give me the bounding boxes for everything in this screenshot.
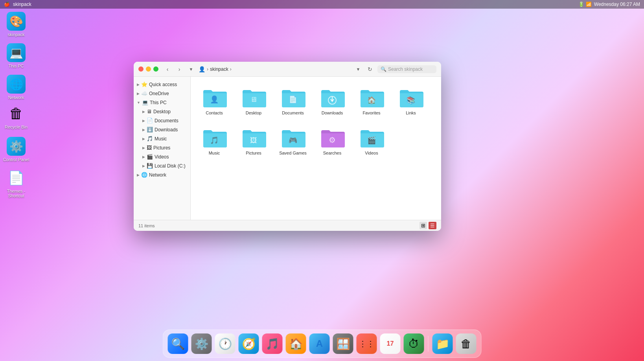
search-placeholder: Search skinpack: [388, 66, 423, 72]
sidebar-item-localdisk[interactable]: ▶ 💾 Local Disk (C:): [134, 161, 190, 170]
folder-music[interactable]: 🎵 Music: [197, 123, 232, 158]
folder-savedgames[interactable]: 🎮 Saved Games: [276, 123, 310, 158]
folder-searches[interactable]: ⚙ Searches: [315, 123, 350, 158]
traffic-lights: [138, 66, 158, 72]
folder-label-savedgames: Saved Games: [279, 151, 307, 155]
bootcamp-icon: 🪟: [336, 337, 350, 350]
folder-contacts[interactable]: 👤 Contacts: [197, 83, 232, 118]
star-icon: ⭐: [141, 81, 147, 87]
network-icon: 🌐: [141, 172, 147, 178]
dock-item-clock[interactable]: 🕐: [215, 333, 236, 354]
chevron-icon: ▶: [142, 164, 145, 168]
folder-desktop[interactable]: 🖥 Desktop: [236, 83, 271, 118]
folder-label-favorites: Favorites: [362, 111, 380, 115]
folder-documents[interactable]: 📄 Documents: [276, 83, 310, 118]
folder-grid: 👤 Contacts 🖥 Desktop: [197, 83, 435, 158]
folder-videos[interactable]: 🎬 Videos: [354, 123, 389, 158]
sidebar-item-thispc[interactable]: ▼ 💻 This PC: [134, 98, 190, 107]
desktop-icon-network[interactable]: 🌐 Network: [2, 75, 30, 100]
folder-label-downloads: Downloads: [322, 111, 343, 115]
desktop-icon-skinpack[interactable]: 🎨 skinpack: [2, 12, 30, 37]
refresh-button[interactable]: ↻: [366, 65, 374, 74]
grid-view-button[interactable]: ⊞: [420, 222, 427, 229]
dock-item-appstore[interactable]: A: [309, 333, 330, 354]
sidebar-label-network: Network: [149, 172, 166, 178]
dock-item-home[interactable]: 🏠: [286, 333, 306, 354]
dock-item-calendar[interactable]: 17: [380, 333, 401, 354]
desktop-icon-controlpanel[interactable]: ⚙️ Control Panel: [2, 137, 30, 162]
breadcrumb-path[interactable]: skinpack: [210, 66, 228, 72]
desktop-icon-sidebar: 🖥: [147, 109, 152, 114]
folder-label-videos: Videos: [365, 151, 378, 155]
apple-icon[interactable]: 🍎: [4, 2, 10, 7]
sidebar-item-music[interactable]: ▶ 🎵 Music: [134, 134, 190, 143]
view-controls: ⊞ ☰: [420, 222, 436, 229]
search-icon: 🔍: [381, 66, 386, 72]
sidebar-label-music: Music: [155, 136, 167, 142]
sidebar-item-documents[interactable]: ▶ 📄 Documents: [134, 116, 190, 125]
folder-links[interactable]: 📚 Links: [394, 83, 428, 118]
title-bar: ‹ › ▼ 👤 › skinpack › ▼ ↻ 🔍 Search skinpa…: [134, 62, 441, 77]
svg-text:📚: 📚: [407, 96, 416, 105]
minimize-button[interactable]: [146, 66, 151, 72]
main-pane: 👤 Contacts 🖥 Desktop: [191, 77, 441, 220]
dock-item-bootcamp[interactable]: 🪟: [333, 333, 353, 354]
content-area: ▶ ⭐ Quick access ▶ ☁️ OneDrive ▼ 💻 This …: [134, 77, 441, 220]
folder-icon-searches: ⚙: [320, 126, 345, 148]
music-icon: 🎵: [147, 136, 153, 142]
folder-pictures[interactable]: 🖼 Pictures: [236, 123, 271, 158]
sidebar-label-videos: Videos: [155, 154, 169, 160]
menubar-left: 🍎 skinpack: [4, 2, 31, 7]
back-button[interactable]: ‹: [163, 65, 172, 74]
dropdown-button[interactable]: ▼: [187, 65, 195, 74]
trash-icon: 🗑: [461, 337, 472, 350]
desktop-icon-recycle[interactable]: 🗑 Recycle Bin: [2, 104, 30, 129]
folder-icon-documents: 📄: [280, 86, 305, 108]
close-button[interactable]: [138, 66, 144, 72]
dock-item-safari[interactable]: 🧭: [239, 333, 259, 354]
folder-favorites[interactable]: 🏠 Favorites: [354, 83, 389, 118]
breadcrumb: 👤 › skinpack ›: [199, 66, 351, 72]
dock-item-trash[interactable]: 🗑: [456, 333, 477, 354]
dock-item-files[interactable]: 📁: [432, 333, 453, 354]
search-box[interactable]: 🔍 Search skinpack: [377, 65, 436, 73]
safari-icon: 🧭: [242, 337, 256, 350]
status-bar: 11 items ⊞ ☰: [134, 220, 441, 231]
sidebar-item-videos[interactable]: ▶ 🎬 Videos: [134, 152, 190, 161]
dock-item-launchpad[interactable]: ⋮⋮: [357, 333, 377, 354]
dock-item-finder[interactable]: 🔍: [168, 333, 188, 354]
explorer-window: ‹ › ▼ 👤 › skinpack › ▼ ↻ 🔍 Search skinpa…: [134, 62, 441, 231]
desktop-icon-thispc[interactable]: 💻 This PC: [2, 43, 30, 68]
sidebar-item-downloads[interactable]: ▶ ⬇️ Downloads: [134, 125, 190, 134]
sidebar-item-onedrive[interactable]: ▶ ☁️ OneDrive: [134, 89, 190, 98]
chevron-down-icon: ▼: [137, 101, 140, 105]
desktop-icon-themes[interactable]: 📄 Themes - Shortcut: [2, 168, 30, 198]
dock-item-timing[interactable]: ⏱: [404, 333, 424, 354]
launchpad-icon: ⋮⋮: [359, 339, 375, 348]
chevron-icon: ▶: [142, 137, 145, 141]
forward-button[interactable]: ›: [175, 65, 184, 74]
pictures-icon: 🖼: [147, 145, 152, 151]
svg-text:🎮: 🎮: [289, 136, 298, 145]
sort-button[interactable]: ▼: [354, 65, 362, 74]
sidebar-label-onedrive: OneDrive: [149, 91, 169, 96]
sidebar-item-quickaccess[interactable]: ▶ ⭐ Quick access: [134, 80, 190, 89]
folder-icon-videos: 🎬: [359, 126, 384, 148]
folder-icon-desktop: 🖥: [241, 86, 266, 108]
dock-item-music[interactable]: 🎵: [262, 333, 283, 354]
sidebar-item-pictures[interactable]: ▶ 🖼 Pictures: [134, 143, 190, 152]
folder-downloads[interactable]: Downloads: [315, 83, 350, 118]
chevron-icon: ▶: [142, 146, 145, 150]
chevron-icon: ▶: [142, 128, 145, 132]
dock-item-settings[interactable]: ⚙️: [191, 333, 212, 354]
maximize-button[interactable]: [153, 66, 158, 72]
folder-label-searches: Searches: [323, 151, 341, 155]
folder-label-documents: Documents: [282, 111, 304, 115]
svg-text:🎬: 🎬: [367, 136, 376, 145]
sidebar-item-desktop[interactable]: ▶ 🖥 Desktop: [134, 107, 190, 116]
menubar-right: 🔋 📶 Wednesday 06:27 AM: [578, 2, 640, 7]
app-name[interactable]: skinpack: [13, 2, 31, 7]
desktop-icon-label-network: Network: [8, 95, 24, 100]
sidebar-item-network[interactable]: ▶ 🌐 Network: [134, 170, 190, 179]
list-view-button[interactable]: ☰: [429, 222, 436, 229]
